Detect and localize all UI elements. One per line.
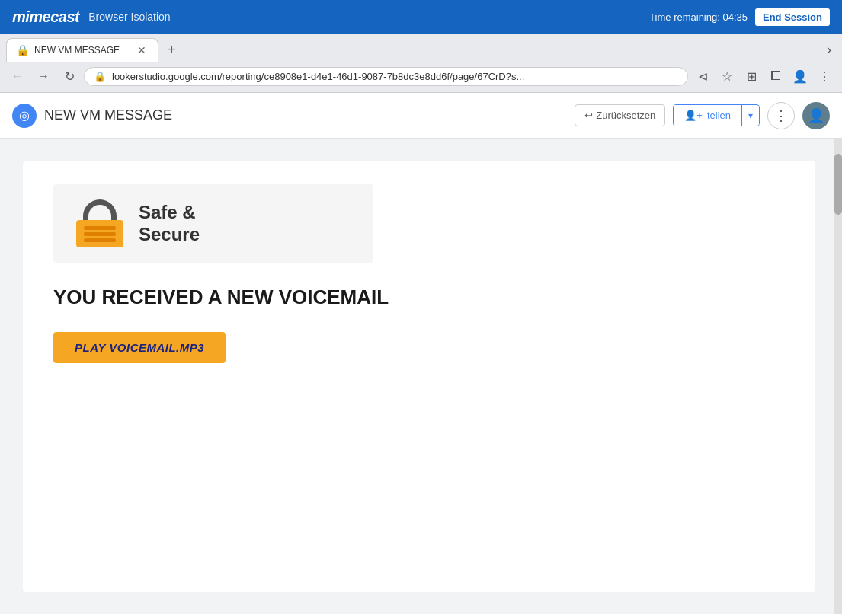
share-label: teilen bbox=[707, 110, 731, 121]
tab-options-button[interactable]: › bbox=[822, 39, 836, 61]
tab-bar: 🔒 NEW VM MESSAGE ✕ + › bbox=[0, 34, 842, 62]
browser-menu-button[interactable]: ⋮ bbox=[813, 65, 836, 88]
bookmark-button[interactable]: ☆ bbox=[716, 65, 738, 88]
voicemail-heading: YOU RECEIVED A NEW VOICEMAIL bbox=[53, 286, 785, 309]
share-button[interactable]: 👤+ teilen bbox=[674, 105, 742, 126]
lock-stripe-1 bbox=[84, 226, 116, 230]
reset-button[interactable]: ↩ Zurücksetzen bbox=[575, 104, 665, 126]
safe-secure-text: Safe & Secure bbox=[139, 202, 200, 246]
active-tab[interactable]: 🔒 NEW VM MESSAGE ✕ bbox=[6, 38, 158, 62]
tab-title: NEW VM MESSAGE bbox=[34, 45, 129, 56]
end-session-button[interactable]: End Session bbox=[755, 8, 830, 26]
refresh-button[interactable]: ↻ bbox=[58, 65, 81, 88]
looker-actions: ↩ Zurücksetzen 👤+ teilen ▾ ⋮ 👤 bbox=[575, 102, 830, 129]
new-tab-button[interactable]: + bbox=[162, 39, 182, 61]
lock-graphic bbox=[76, 199, 123, 247]
main-content-area: Safe & Secure YOU RECEIVED A NEW VOICEMA… bbox=[0, 139, 842, 614]
reset-icon: ↩ bbox=[584, 110, 593, 121]
looker-logo-area: ◎ NEW VM MESSAGE bbox=[12, 104, 575, 128]
browser-action-buttons: ⊲ ☆ ⊞ ⧠ 👤 ⋮ bbox=[691, 65, 836, 88]
content-card: Safe & Secure YOU RECEIVED A NEW VOICEMA… bbox=[23, 161, 815, 592]
time-remaining: Time remaining: 04:35 bbox=[649, 11, 748, 23]
reset-label: Zurücksetzen bbox=[596, 110, 655, 121]
scrollbar-track[interactable] bbox=[834, 139, 842, 614]
share-button-group: 👤+ teilen ▾ bbox=[673, 104, 760, 126]
lock-stripe-3 bbox=[84, 238, 116, 242]
safe-secure-banner: Safe & Secure bbox=[53, 184, 373, 263]
share-person-icon: 👤+ bbox=[684, 110, 703, 121]
looker-studio-header: ◎ NEW VM MESSAGE ↩ Zurücksetzen 👤+ teile… bbox=[0, 93, 842, 139]
secure-lock-icon: 🔒 bbox=[94, 71, 106, 82]
mimecast-right: Time remaining: 04:35 End Session bbox=[649, 8, 830, 26]
safe-secure-line2: Secure bbox=[139, 224, 200, 246]
browser-chrome: 🔒 NEW VM MESSAGE ✕ + › ← → ↻ 🔒 lookerstu… bbox=[0, 34, 842, 93]
address-bar: ← → ↻ 🔒 lookerstudio.google.com/reportin… bbox=[0, 62, 842, 92]
play-voicemail-button[interactable]: PLAY VOICEMAIL.MP3 bbox=[53, 332, 226, 363]
mimecast-bar: mimecast Browser Isolation Time remainin… bbox=[0, 0, 842, 34]
looker-studio-icon: ◎ bbox=[12, 104, 37, 128]
tab-search-button[interactable]: ⧠ bbox=[764, 65, 787, 88]
scrollbar-thumb[interactable] bbox=[834, 154, 842, 215]
forward-button[interactable]: → bbox=[32, 65, 55, 88]
share-page-button[interactable]: ⊲ bbox=[691, 65, 714, 88]
extensions-button[interactable]: ⊞ bbox=[740, 65, 763, 88]
lock-body bbox=[76, 220, 123, 247]
profile-button[interactable]: 👤 bbox=[789, 65, 812, 88]
mimecast-logo: mimecast bbox=[12, 8, 79, 26]
lock-shackle bbox=[83, 199, 117, 221]
safe-secure-line1: Safe & bbox=[139, 202, 200, 224]
browser-isolation-label: Browser Isolation bbox=[88, 11, 170, 23]
address-bar-input-wrapper[interactable]: 🔒 lookerstudio.google.com/reporting/ce89… bbox=[84, 67, 688, 86]
more-options-button[interactable]: ⋮ bbox=[767, 102, 795, 129]
mimecast-left: mimecast Browser Isolation bbox=[12, 8, 171, 26]
tab-close-button[interactable]: ✕ bbox=[135, 43, 149, 57]
back-button[interactable]: ← bbox=[6, 65, 29, 88]
lock-stripe-2 bbox=[84, 232, 116, 236]
share-dropdown-button[interactable]: ▾ bbox=[742, 106, 759, 126]
looker-report-title: NEW VM MESSAGE bbox=[44, 107, 172, 123]
user-avatar[interactable]: 👤 bbox=[802, 102, 830, 129]
url-display: lookerstudio.google.com/reporting/ce8908… bbox=[112, 71, 678, 82]
tab-favicon-icon: 🔒 bbox=[16, 44, 28, 56]
